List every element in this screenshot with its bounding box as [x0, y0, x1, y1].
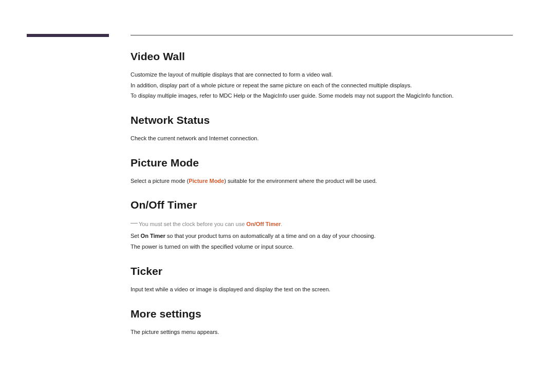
heading-picture-mode: Picture Mode [131, 157, 513, 169]
accent-bar [27, 34, 109, 37]
video-wall-text-2: In addition, display part of a whole pic… [131, 81, 513, 90]
line1-suffix: so that your product turns on automatica… [165, 233, 376, 239]
heading-network-status: Network Status [131, 114, 513, 126]
heading-more-settings: More settings [131, 308, 513, 320]
note-suffix: . [281, 221, 282, 227]
picture-mode-text: Select a picture mode (Picture Mode) sui… [131, 176, 513, 186]
note-highlight: On/Off Timer [246, 221, 281, 227]
on-off-timer-note: ―You must set the clock before you can u… [131, 218, 513, 228]
on-off-timer-text-1: Set On Timer so that your product turns … [131, 231, 513, 241]
more-settings-text: The picture settings menu appears. [131, 327, 513, 337]
section-more-settings: More settings The picture settings menu … [131, 308, 513, 337]
network-status-text: Check the current network and Internet c… [131, 134, 513, 143]
section-ticker: Ticker Input text while a video or image… [131, 265, 513, 294]
section-on-off-timer: On/Off Timer ―You must set the clock bef… [131, 199, 513, 251]
picture-mode-highlight: Picture Mode [189, 178, 224, 184]
note-prefix: You must set the clock before you can us… [139, 221, 246, 227]
heading-video-wall: Video Wall [131, 50, 513, 63]
on-off-timer-text-2: The power is turned on with the specifie… [131, 242, 513, 252]
video-wall-text-3: To display multiple images, refer to MDC… [131, 91, 513, 101]
picture-mode-prefix: Select a picture mode ( [131, 178, 189, 184]
note-dash-icon: ― [131, 218, 138, 227]
section-video-wall: Video Wall Customize the layout of multi… [131, 50, 513, 101]
section-network-status: Network Status Check the current network… [131, 114, 513, 143]
line1-prefix: Set [131, 233, 141, 239]
horizontal-rule [131, 35, 513, 35]
page-content: Video Wall Customize the layout of multi… [131, 50, 513, 350]
ticker-text: Input text while a video or image is dis… [131, 285, 513, 294]
video-wall-text-1: Customize the layout of multiple display… [131, 70, 513, 80]
heading-on-off-timer: On/Off Timer [131, 199, 513, 211]
section-picture-mode: Picture Mode Select a picture mode (Pict… [131, 157, 513, 186]
picture-mode-suffix: ) suitable for the environment where the… [224, 178, 377, 184]
heading-ticker: Ticker [131, 265, 513, 277]
line1-bold: On Timer [141, 233, 165, 239]
